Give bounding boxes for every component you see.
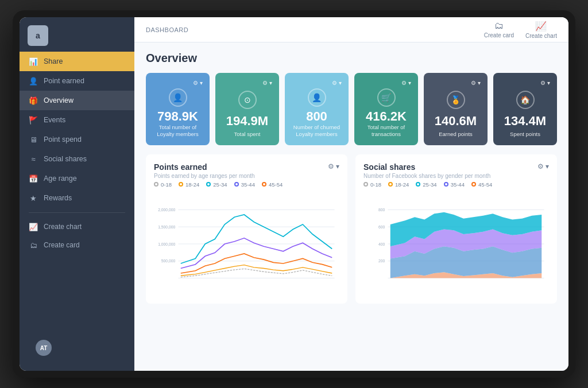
sidebar-item-age-range[interactable]: 📅 Age range — [20, 169, 134, 188]
kpi-card-header-5: ⚙ ▾ — [431, 80, 481, 86]
ss-legend-dot-45-54 — [471, 182, 476, 187]
ss-legend-label-45-54: 45-54 — [478, 181, 492, 188]
sidebar-item-point-spend[interactable]: 🖥 Point spend — [20, 130, 134, 149]
kpi-card-spent-points: ⚙ ▾ 🏠 134.4M Spent points — [493, 73, 557, 145]
kpi-settings-5[interactable]: ⚙ ▾ — [471, 80, 481, 86]
legend-dot-25-34 — [206, 182, 211, 187]
point-spend-icon: 🖥 — [29, 135, 38, 144]
app-logo: a — [28, 25, 48, 46]
kpi-icon-1: 👤 — [169, 88, 187, 107]
sidebar-create-chart[interactable]: 📈 Create chart — [20, 218, 134, 236]
sidebar-item-point-earned[interactable]: 👤 Point earned — [20, 71, 134, 91]
device-frame: a 📊 Share 👤 Point earned 🎁 Overview 🚩 — [13, 10, 575, 378]
ss-legend-item-45-54: 45-54 — [471, 181, 492, 188]
page-title: Overview — [146, 52, 557, 65]
legend-label-35-44: 35-44 — [241, 181, 255, 188]
create-card-top-label: Create card — [484, 32, 514, 38]
kpi-icon-3: 👤 — [308, 88, 326, 107]
sidebar-label-social-shares: Social shares — [44, 155, 87, 163]
sidebar-divider — [29, 212, 125, 213]
kpi-settings-4[interactable]: ⚙ ▾ — [401, 80, 411, 86]
kpi-card-loyalty-members: ⚙ ▾ 👤 798.9K Total number of Loyalty mem… — [146, 73, 210, 145]
legend-dot-0-18 — [154, 182, 158, 187]
points-earned-title: Points earned — [154, 162, 255, 172]
user-avatar[interactable]: AT — [36, 340, 52, 356]
overview-icon: 🎁 — [29, 96, 38, 105]
points-earned-settings[interactable]: ⚙ ▾ — [328, 162, 339, 170]
points-earned-title-group: Points earned Points earned by age range… — [154, 162, 255, 179]
kpi-value-1: 798.9K — [153, 109, 203, 124]
ss-legend-label-18-24: 18-24 — [395, 181, 409, 188]
ss-legend-item-35-44: 35-44 — [444, 181, 465, 188]
social-shares-title-group: Social shares Number of Facebook shares … — [363, 162, 490, 179]
legend-dot-45-54 — [262, 182, 266, 187]
create-chart-top-label: Create chart — [525, 33, 557, 39]
ss-legend-dot-35-44 — [444, 182, 448, 187]
top-bar-create-chart[interactable]: 📈 Create chart — [525, 21, 557, 39]
points-earned-header: Points earned Points earned by age range… — [154, 162, 339, 179]
sidebar-item-social-shares[interactable]: ≈ Social shares — [20, 149, 134, 169]
sidebar-item-overview[interactable]: 🎁 Overview — [20, 91, 134, 110]
legend-item-0-18: 0-18 — [154, 181, 172, 188]
create-chart-icon: 📈 — [29, 222, 38, 231]
kpi-card-total-spent: ⚙ ▾ ⊙ 194.9M Total spent — [215, 73, 279, 145]
sidebar-label-rewards: Rewards — [44, 194, 72, 202]
legend-label-0-18: 0-18 — [161, 181, 172, 188]
sidebar-item-events[interactable]: 🚩 Events — [20, 110, 134, 130]
kpi-icon-6: 🏠 — [516, 91, 535, 109]
social-shares-title: Social shares — [363, 162, 490, 172]
kpi-icon-5: 🏅 — [447, 91, 465, 109]
kpi-icon-2: ⊙ — [238, 91, 257, 109]
main-content: DASHBOARD 🗂 Create card 📈 Create chart O… — [134, 17, 568, 371]
top-bar-create-card[interactable]: 🗂 Create card — [484, 21, 514, 38]
social-shares-chart: Social shares Number of Facebook shares … — [355, 154, 557, 304]
kpi-value-4: 416.2K — [361, 109, 411, 124]
kpi-value-2: 194.9M — [222, 114, 272, 129]
create-chart-top-icon: 📈 — [535, 21, 547, 32]
sidebar-label-events: Events — [44, 116, 65, 124]
breadcrumb: DASHBOARD — [146, 26, 188, 33]
ss-legend-dot-18-24 — [388, 182, 393, 187]
legend-dot-18-24 — [179, 182, 183, 187]
svg-text:1,000,000: 1,000,000 — [158, 242, 175, 246]
sidebar-create-card[interactable]: 🗂 Create card — [20, 236, 134, 254]
legend-dot-35-44 — [234, 182, 239, 187]
sidebar-user-section: AT — [20, 325, 134, 371]
sidebar-create-chart-label: Create chart — [44, 223, 82, 231]
legend-label-45-54: 45-54 — [269, 181, 283, 188]
sidebar: a 📊 Share 👤 Point earned 🎁 Overview 🚩 — [20, 17, 134, 371]
kpi-card-earned-points: ⚙ ▾ 🏅 140.6M Earned points — [424, 73, 488, 145]
kpi-card-header-4: ⚙ ▾ — [361, 80, 411, 86]
legend-item-35-44: 35-44 — [234, 181, 255, 188]
kpi-label-3: Number of churned Loyalty members — [292, 124, 342, 138]
svg-text:600: 600 — [378, 224, 385, 228]
rewards-icon: ★ — [29, 193, 38, 203]
ss-legend-dot-25-34 — [416, 182, 420, 187]
kpi-settings-3[interactable]: ⚙ ▾ — [332, 80, 342, 86]
kpi-label-6: Spent points — [500, 131, 550, 138]
sidebar-item-rewards[interactable]: ★ Rewards — [20, 188, 134, 208]
social-shares-svg: 800 600 400 200 — [363, 192, 549, 296]
kpi-icon-4: 🛒 — [377, 88, 396, 107]
kpi-value-5: 140.6M — [431, 114, 481, 129]
ss-legend-label-0-18: 0-18 — [370, 181, 381, 188]
legend-label-25-34: 25-34 — [213, 181, 227, 188]
kpi-value-3: 800 — [292, 109, 342, 124]
points-earned-chart: Points earned Points earned by age range… — [146, 154, 347, 304]
sidebar-item-share[interactable]: 📊 Share — [20, 52, 134, 71]
ss-legend-label-35-44: 35-44 — [451, 181, 465, 188]
kpi-settings-1[interactable]: ⚙ ▾ — [193, 80, 203, 86]
legend-item-25-34: 25-34 — [206, 181, 227, 188]
kpi-card-churned: ⚙ ▾ 👤 800 Number of churned Loyalty memb… — [285, 73, 349, 145]
legend-item-18-24: 18-24 — [179, 181, 199, 188]
top-bar: DASHBOARD 🗂 Create card 📈 Create chart — [134, 17, 568, 42]
svg-text:2,000,000: 2,000,000 — [158, 208, 175, 212]
kpi-settings-2[interactable]: ⚙ ▾ — [262, 80, 272, 86]
kpi-label-1: Total number of Loyalty members — [153, 124, 203, 138]
charts-row: Points earned Points earned by age range… — [146, 154, 557, 304]
sidebar-nav: 📊 Share 👤 Point earned 🎁 Overview 🚩 Even… — [20, 52, 134, 325]
ss-legend-item-18-24: 18-24 — [388, 181, 409, 188]
social-shares-settings[interactable]: ⚙ ▾ — [537, 162, 549, 170]
kpi-settings-6[interactable]: ⚙ ▾ — [540, 80, 550, 86]
ss-legend-item-25-34: 25-34 — [416, 181, 436, 188]
